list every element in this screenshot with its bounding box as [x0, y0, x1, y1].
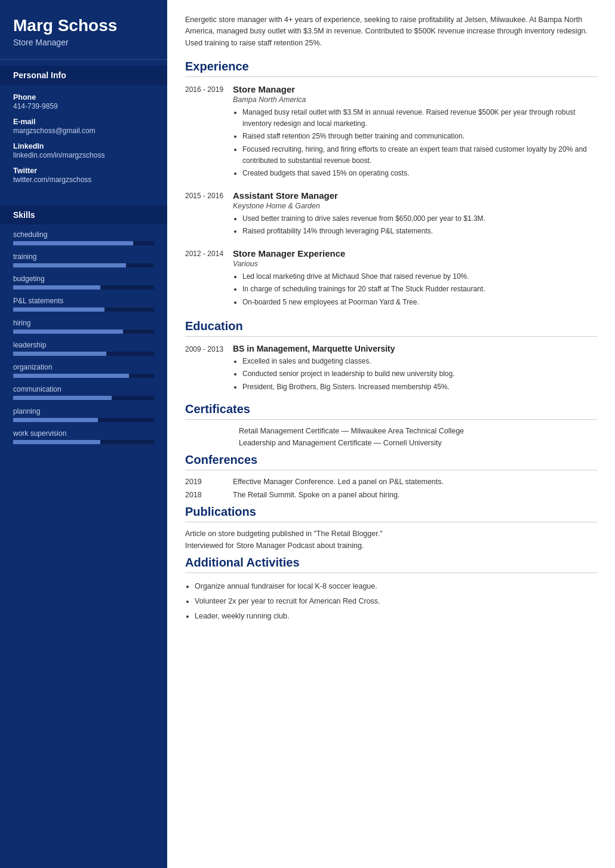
publications-heading: Publications: [185, 505, 597, 522]
experience-heading: Experience: [185, 60, 597, 77]
bullet-item: Used better training to drive sales reve…: [242, 213, 597, 224]
edu-content: BS in Management, Marquette University E…: [233, 344, 597, 395]
linkedin-item: LinkedIn linkedin.com/in/margzschoss: [13, 142, 154, 159]
skill-item: P&L statements: [13, 297, 154, 312]
skill-bar-fill: [13, 374, 129, 378]
activity-item: Leader, weekly running club.: [195, 610, 597, 623]
personal-info-heading: Personal Info: [0, 66, 167, 85]
experience-entry: 2012 - 2014 Store Manager Experience Var…: [185, 248, 597, 310]
bullet-item: Created budgets that saved 15% on operat…: [242, 168, 597, 179]
skill-name: leadership: [13, 341, 154, 349]
skill-bar-fill: [13, 352, 106, 356]
pub-entry: Interviewed for Store Manager Podcast ab…: [185, 541, 597, 550]
skill-bar-fill: [13, 440, 100, 444]
experience-entry: 2016 - 2019 Store Manager Bampa North Am…: [185, 84, 597, 181]
skill-item: communication: [13, 385, 154, 400]
skill-bar-fill: [13, 307, 104, 312]
skill-bar-dark: [133, 241, 154, 245]
skill-bar-dark: [98, 418, 154, 422]
entry-dates: 2016 - 2019: [185, 84, 233, 181]
skill-bar: [13, 307, 154, 312]
skill-bar-fill: [13, 418, 98, 422]
skill-bar: [13, 418, 154, 422]
bullet-item: In charge of scheduling trainings for 20…: [242, 284, 597, 295]
entry-content: Store Manager Bampa North America Manage…: [233, 84, 597, 181]
candidate-title: Store Manager: [13, 38, 154, 47]
certificates-heading: Certificates: [185, 402, 597, 420]
bullet-item: Raised profitability 14% through leverag…: [242, 226, 597, 237]
skill-bar-fill: [13, 263, 126, 267]
experience-entries: 2016 - 2019 Store Manager Bampa North Am…: [185, 84, 597, 310]
entry-company: Bampa North America: [233, 96, 597, 104]
conf-entry: 2018 The Retail Summit. Spoke on a panel…: [185, 491, 597, 499]
entry-job-title: Store Manager: [233, 84, 597, 94]
skill-name: planning: [13, 407, 154, 415]
cert-entry: Leadership and Management Certificate — …: [185, 439, 597, 447]
bullet-item: Excelled in sales and budgeting classes.: [242, 356, 597, 367]
conf-text: Effective Manager Conference. Led a pane…: [233, 478, 444, 486]
entry-bullets: Used better training to drive sales reve…: [233, 213, 597, 237]
skill-item: planning: [13, 407, 154, 422]
skill-bar: [13, 263, 154, 267]
skill-name: organization: [13, 363, 154, 371]
conferences-section: Conferences 2019 Effective Manager Confe…: [185, 453, 597, 499]
phone-label: Phone: [13, 93, 154, 101]
bullet-item: Raised staff retention 25% through bette…: [242, 131, 597, 142]
entry-company: Keystone Home & Garden: [233, 202, 597, 210]
skill-bar-dark: [112, 396, 154, 400]
skill-item: work supervision: [13, 429, 154, 444]
edu-bullets: Excelled in sales and budgeting classes.…: [233, 356, 597, 393]
bullet-item: On-boarded 5 new employees at Poorman Ya…: [242, 297, 597, 308]
activity-item: Volunteer 2x per year to recruit for Ame…: [195, 595, 597, 608]
activity-item: Organize annual fundraiser for local K-8…: [195, 580, 597, 593]
education-entries: 2009 - 2013 BS in Management, Marquette …: [185, 344, 597, 395]
twitter-label: Twitter: [13, 167, 154, 175]
skill-bar-dark: [100, 285, 154, 290]
activities-section: Additional Activities Organize annual fu…: [185, 556, 597, 622]
conferences-heading: Conferences: [185, 453, 597, 470]
email-item: E-mail margzschoss@gmail.com: [13, 118, 154, 135]
skill-bar-dark: [104, 307, 154, 312]
sidebar: Marg Schoss Store Manager Personal Info …: [0, 0, 167, 868]
skill-bar: [13, 374, 154, 378]
skill-bar: [13, 285, 154, 290]
experience-section: Experience 2016 - 2019 Store Manager Bam…: [185, 60, 597, 310]
summary-text: Energetic store manager with 4+ years of…: [185, 14, 597, 49]
skill-bar: [13, 440, 154, 444]
candidate-name: Marg Schoss: [13, 17, 154, 35]
skill-bar-fill: [13, 330, 123, 334]
entry-dates: 2015 - 2016: [185, 190, 233, 239]
edu-dates: 2009 - 2013: [185, 344, 233, 395]
email-label: E-mail: [13, 118, 154, 126]
conf-year: 2018: [185, 491, 233, 499]
entry-bullets: Managed busy retail outlet with $3.5M in…: [233, 107, 597, 179]
skills-heading: Skills: [0, 205, 167, 224]
skill-name: budgeting: [13, 275, 154, 283]
skill-bar-dark: [129, 374, 154, 378]
activities-list: Organize annual fundraiser for local K-8…: [185, 580, 597, 622]
sidebar-header: Marg Schoss Store Manager: [0, 0, 167, 60]
entry-dates: 2012 - 2014: [185, 248, 233, 310]
skill-bar-fill: [13, 396, 112, 400]
skill-item: training: [13, 253, 154, 267]
skill-name: P&L statements: [13, 297, 154, 305]
skill-item: scheduling: [13, 230, 154, 245]
conf-year: 2019: [185, 478, 233, 486]
bullet-item: Conducted senior project in leadership t…: [242, 368, 597, 380]
skill-bar-fill: [13, 285, 100, 290]
entry-job-title: Store Manager Experience: [233, 248, 597, 258]
bullet-item: President, Big Brothers, Big Sisters. In…: [242, 381, 597, 393]
entry-job-title: Assistant Store Manager: [233, 190, 597, 201]
skill-bar-dark: [106, 352, 154, 356]
skill-bar-dark: [100, 440, 154, 444]
conferences-entries: 2019 Effective Manager Conference. Led a…: [185, 478, 597, 499]
bullet-item: Focused recruiting, hiring, and firing e…: [242, 144, 597, 166]
experience-entry: 2015 - 2016 Assistant Store Manager Keys…: [185, 190, 597, 239]
education-entry: 2009 - 2013 BS in Management, Marquette …: [185, 344, 597, 395]
skill-bar-dark: [123, 330, 154, 334]
linkedin-label: LinkedIn: [13, 142, 154, 150]
skill-bar: [13, 330, 154, 334]
main-content: Energetic store manager with 4+ years of…: [167, 0, 615, 868]
education-section: Education 2009 - 2013 BS in Management, …: [185, 319, 597, 395]
skill-item: hiring: [13, 319, 154, 334]
